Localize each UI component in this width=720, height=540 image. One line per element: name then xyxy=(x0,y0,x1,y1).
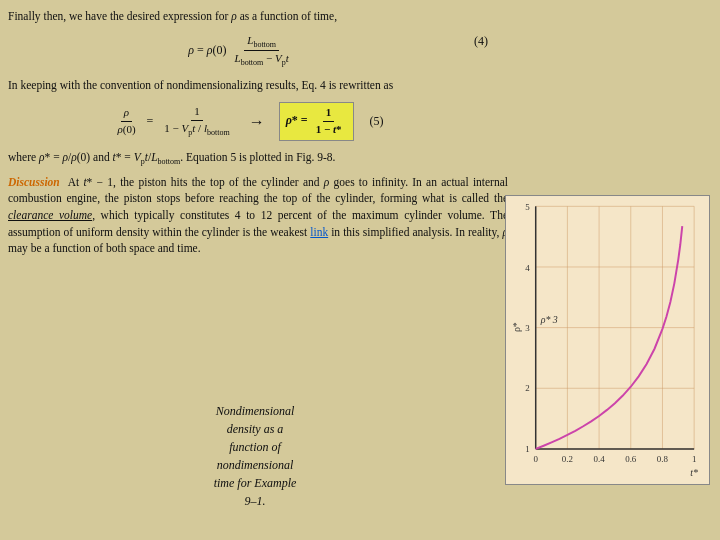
svg-text:4: 4 xyxy=(525,263,530,273)
eq5-lhs-den: ρ(0) xyxy=(114,122,138,138)
caption-box: Nondimensional density as a function of … xyxy=(170,402,340,510)
arrow-symbol: → xyxy=(249,110,265,133)
graph-svg: 1 2 3 4 5 0 0.2 0.4 0.6 0.8 1 ρ* t* ρ* 3 xyxy=(506,196,709,484)
where-text: where ρ* = ρ/ρ(0) and t* = Vpt/Lbottom. … xyxy=(8,149,508,168)
text-area: Finally then, we have the desired expres… xyxy=(8,8,508,263)
eq5-number: (5) xyxy=(370,113,384,130)
caption-line3: function of xyxy=(229,440,281,454)
eq4-num: Lbottom xyxy=(244,33,279,52)
rhostar-num: 1 xyxy=(323,105,335,122)
convention-text: In keeping with the convention of nondim… xyxy=(8,77,508,94)
eq4-den: Lbottom − Vpt xyxy=(232,51,292,69)
svg-text:5: 5 xyxy=(525,202,530,212)
eq4-number: (4) xyxy=(474,33,488,50)
graph-area: 1 2 3 4 5 0 0.2 0.4 0.6 0.8 1 ρ* t* ρ* 3 xyxy=(505,195,710,485)
eq4-fraction: Lbottom Lbottom − Vpt xyxy=(232,33,292,70)
main-content: Finally then, we have the desired expres… xyxy=(0,0,720,540)
discussion-paragraph-1: Discussion At t* − 1, the piston hits th… xyxy=(8,174,508,257)
svg-rect-0 xyxy=(506,196,709,483)
caption-line5: time for Example xyxy=(214,476,297,490)
rhostar-box: ρ* = 1 1 − t* xyxy=(279,102,354,141)
equation-5: ρ ρ(0) = 1 1 − Vpt / lbottom → ρ* = 1 1 … xyxy=(8,102,508,141)
eq5-equals: = xyxy=(147,113,154,130)
svg-text:0.8: 0.8 xyxy=(657,454,669,464)
caption-line4: nondimensional xyxy=(217,458,294,472)
eq5-lhs-fraction: ρ ρ(0) xyxy=(114,105,138,138)
caption-line6: 9–1. xyxy=(245,494,266,508)
eq5-lhs-num: ρ xyxy=(121,105,132,122)
svg-text:ρ*: ρ* xyxy=(511,322,522,332)
svg-text:3: 3 xyxy=(525,323,530,333)
svg-text:0.6: 0.6 xyxy=(625,454,637,464)
rhostar-fraction: 1 1 − t* xyxy=(313,105,345,138)
eq4-lhs: ρ = ρ(0) xyxy=(188,43,226,57)
svg-text:ρ* 3: ρ* 3 xyxy=(540,314,558,325)
caption-line2: density as a xyxy=(227,422,284,436)
eq5-rhs-fraction: 1 1 − Vpt / lbottom xyxy=(161,104,232,139)
svg-text:0.2: 0.2 xyxy=(562,454,573,464)
rhostar-den: 1 − t* xyxy=(313,122,345,138)
svg-text:t*: t* xyxy=(690,467,698,478)
svg-text:1: 1 xyxy=(525,444,529,454)
svg-text:0: 0 xyxy=(533,454,538,464)
discussion-label: Discussion xyxy=(8,176,60,188)
svg-text:1: 1 xyxy=(692,454,696,464)
link-word[interactable]: link xyxy=(310,226,328,238)
svg-text:0.4: 0.4 xyxy=(594,454,606,464)
eq5-rhs-den: 1 − Vpt / lbottom xyxy=(161,121,232,139)
eq5-rhs-num: 1 xyxy=(191,104,203,121)
svg-text:2: 2 xyxy=(525,383,529,393)
equation-4: ρ = ρ(0) Lbottom Lbottom − Vpt (4) xyxy=(8,33,508,70)
intro-text: Finally then, we have the desired expres… xyxy=(8,8,508,25)
caption-line1: Nondimensional xyxy=(216,404,295,418)
